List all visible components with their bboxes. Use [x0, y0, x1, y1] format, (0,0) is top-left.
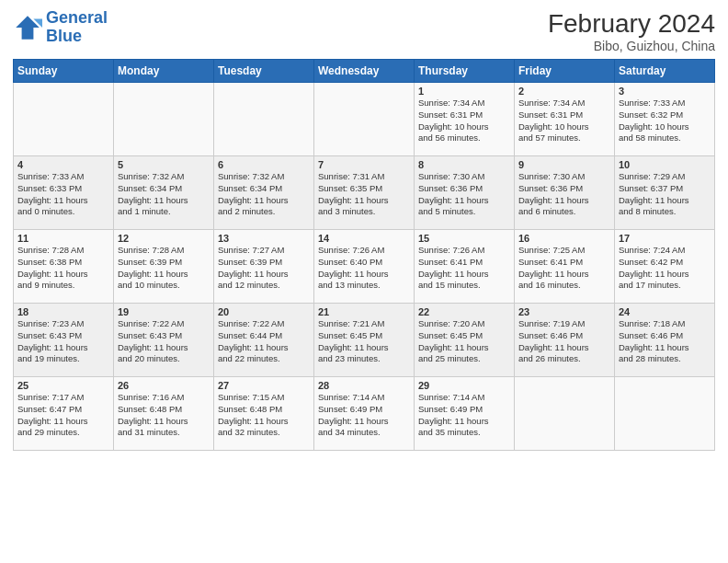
day-number: 12: [118, 233, 210, 244]
calendar-cell: 6Sunrise: 7:32 AM Sunset: 6:34 PM Daylig…: [214, 156, 314, 230]
day-number: 13: [218, 233, 310, 244]
calendar-cell: 2Sunrise: 7:34 AM Sunset: 6:31 PM Daylig…: [515, 83, 615, 156]
logo-icon: [13, 13, 42, 42]
day-number: 20: [218, 306, 310, 317]
calendar-cell: 28Sunrise: 7:14 AM Sunset: 6:49 PM Dayli…: [314, 377, 415, 451]
day-info: Sunrise: 7:25 AM Sunset: 6:41 PM Dayligh…: [518, 245, 610, 292]
day-info: Sunrise: 7:28 AM Sunset: 6:38 PM Dayligh…: [17, 245, 109, 292]
calendar-cell: 8Sunrise: 7:30 AM Sunset: 6:36 PM Daylig…: [415, 156, 515, 230]
title-block: February 2024 Bibo, Guizhou, China: [548, 9, 715, 53]
day-info: Sunrise: 7:31 AM Sunset: 6:35 PM Dayligh…: [318, 171, 410, 218]
day-info: Sunrise: 7:14 AM Sunset: 6:49 PM Dayligh…: [318, 392, 410, 439]
day-info: Sunrise: 7:22 AM Sunset: 6:43 PM Dayligh…: [118, 318, 210, 365]
calendar-week-2: 4Sunrise: 7:33 AM Sunset: 6:33 PM Daylig…: [14, 156, 715, 230]
calendar-cell: 1Sunrise: 7:34 AM Sunset: 6:31 PM Daylig…: [415, 83, 515, 156]
calendar-cell: 22Sunrise: 7:20 AM Sunset: 6:45 PM Dayli…: [415, 304, 515, 377]
day-number: 26: [118, 380, 210, 391]
day-number: 19: [118, 306, 210, 317]
calendar-cell: 15Sunrise: 7:26 AM Sunset: 6:41 PM Dayli…: [415, 230, 515, 304]
calendar-cell: 14Sunrise: 7:26 AM Sunset: 6:40 PM Dayli…: [314, 230, 415, 304]
day-info: Sunrise: 7:23 AM Sunset: 6:43 PM Dayligh…: [17, 318, 109, 365]
day-number: 6: [218, 159, 310, 170]
day-info: Sunrise: 7:14 AM Sunset: 6:49 PM Dayligh…: [418, 392, 510, 439]
day-number: 1: [418, 86, 510, 97]
calendar-cell: [114, 83, 214, 156]
day-number: 2: [518, 86, 610, 97]
day-number: 11: [17, 233, 109, 244]
day-info: Sunrise: 7:29 AM Sunset: 6:37 PM Dayligh…: [619, 171, 711, 218]
calendar-cell: [14, 83, 114, 156]
day-info: Sunrise: 7:33 AM Sunset: 6:33 PM Dayligh…: [17, 171, 109, 218]
calendar-cell: 17Sunrise: 7:24 AM Sunset: 6:42 PM Dayli…: [615, 230, 715, 304]
calendar-cell: 13Sunrise: 7:27 AM Sunset: 6:39 PM Dayli…: [214, 230, 314, 304]
day-number: 14: [318, 233, 410, 244]
day-number: 28: [318, 380, 410, 391]
weekday-header-friday: Friday: [515, 60, 615, 83]
day-info: Sunrise: 7:18 AM Sunset: 6:46 PM Dayligh…: [619, 318, 711, 365]
calendar-cell: 20Sunrise: 7:22 AM Sunset: 6:44 PM Dayli…: [214, 304, 314, 377]
weekday-header-row: SundayMondayTuesdayWednesdayThursdayFrid…: [14, 60, 715, 83]
logo-text: General Blue: [46, 9, 108, 46]
calendar-cell: 26Sunrise: 7:16 AM Sunset: 6:48 PM Dayli…: [114, 377, 214, 451]
weekday-header-sunday: Sunday: [14, 60, 114, 83]
day-number: 4: [17, 159, 109, 170]
day-number: 21: [318, 306, 410, 317]
calendar-table: SundayMondayTuesdayWednesdayThursdayFrid…: [13, 59, 715, 451]
calendar-cell: [214, 83, 314, 156]
day-number: 25: [17, 380, 109, 391]
calendar-cell: 18Sunrise: 7:23 AM Sunset: 6:43 PM Dayli…: [14, 304, 114, 377]
weekday-header-thursday: Thursday: [415, 60, 515, 83]
day-number: 3: [619, 86, 711, 97]
calendar-cell: 10Sunrise: 7:29 AM Sunset: 6:37 PM Dayli…: [615, 156, 715, 230]
calendar-cell: 12Sunrise: 7:28 AM Sunset: 6:39 PM Dayli…: [114, 230, 214, 304]
calendar-cell: 27Sunrise: 7:15 AM Sunset: 6:48 PM Dayli…: [214, 377, 314, 451]
day-info: Sunrise: 7:33 AM Sunset: 6:32 PM Dayligh…: [619, 98, 711, 144]
weekday-header-monday: Monday: [114, 60, 214, 83]
header: General Blue February 2024 Bibo, Guizhou…: [13, 9, 715, 53]
day-info: Sunrise: 7:17 AM Sunset: 6:47 PM Dayligh…: [17, 392, 109, 439]
day-number: 24: [619, 306, 711, 317]
day-number: 29: [418, 380, 510, 391]
day-number: 27: [218, 380, 310, 391]
calendar-cell: 5Sunrise: 7:32 AM Sunset: 6:34 PM Daylig…: [114, 156, 214, 230]
day-info: Sunrise: 7:24 AM Sunset: 6:42 PM Dayligh…: [619, 245, 711, 292]
calendar-cell: 19Sunrise: 7:22 AM Sunset: 6:43 PM Dayli…: [114, 304, 214, 377]
calendar-cell: 11Sunrise: 7:28 AM Sunset: 6:38 PM Dayli…: [14, 230, 114, 304]
day-info: Sunrise: 7:27 AM Sunset: 6:39 PM Dayligh…: [218, 245, 310, 292]
calendar-cell: 16Sunrise: 7:25 AM Sunset: 6:41 PM Dayli…: [515, 230, 615, 304]
calendar-week-5: 25Sunrise: 7:17 AM Sunset: 6:47 PM Dayli…: [14, 377, 715, 451]
day-number: 7: [318, 159, 410, 170]
calendar-cell: 25Sunrise: 7:17 AM Sunset: 6:47 PM Dayli…: [14, 377, 114, 451]
calendar-cell: 29Sunrise: 7:14 AM Sunset: 6:49 PM Dayli…: [415, 377, 515, 451]
day-number: 8: [418, 159, 510, 170]
day-info: Sunrise: 7:32 AM Sunset: 6:34 PM Dayligh…: [218, 171, 310, 218]
calendar-cell: [515, 377, 615, 451]
day-info: Sunrise: 7:34 AM Sunset: 6:31 PM Dayligh…: [418, 98, 510, 144]
calendar-week-3: 11Sunrise: 7:28 AM Sunset: 6:38 PM Dayli…: [14, 230, 715, 304]
calendar-cell: 7Sunrise: 7:31 AM Sunset: 6:35 PM Daylig…: [314, 156, 415, 230]
day-number: 18: [17, 306, 109, 317]
day-info: Sunrise: 7:22 AM Sunset: 6:44 PM Dayligh…: [218, 318, 310, 365]
logo-line2: Blue: [46, 27, 82, 45]
weekday-header-tuesday: Tuesday: [214, 60, 314, 83]
day-info: Sunrise: 7:26 AM Sunset: 6:40 PM Dayligh…: [318, 245, 410, 292]
day-number: 17: [619, 233, 711, 244]
day-info: Sunrise: 7:34 AM Sunset: 6:31 PM Dayligh…: [518, 98, 610, 144]
day-number: 16: [518, 233, 610, 244]
day-info: Sunrise: 7:26 AM Sunset: 6:41 PM Dayligh…: [418, 245, 510, 292]
weekday-header-wednesday: Wednesday: [314, 60, 415, 83]
calendar-week-1: 1Sunrise: 7:34 AM Sunset: 6:31 PM Daylig…: [14, 83, 715, 156]
day-number: 23: [518, 306, 610, 317]
calendar-cell: 23Sunrise: 7:19 AM Sunset: 6:46 PM Dayli…: [515, 304, 615, 377]
day-number: 5: [118, 159, 210, 170]
day-info: Sunrise: 7:30 AM Sunset: 6:36 PM Dayligh…: [418, 171, 510, 218]
logo: General Blue: [13, 9, 108, 46]
day-number: 9: [518, 159, 610, 170]
day-info: Sunrise: 7:21 AM Sunset: 6:45 PM Dayligh…: [318, 318, 410, 365]
day-info: Sunrise: 7:20 AM Sunset: 6:45 PM Dayligh…: [418, 318, 510, 365]
day-number: 15: [418, 233, 510, 244]
day-info: Sunrise: 7:28 AM Sunset: 6:39 PM Dayligh…: [118, 245, 210, 292]
day-info: Sunrise: 7:15 AM Sunset: 6:48 PM Dayligh…: [218, 392, 310, 439]
day-info: Sunrise: 7:30 AM Sunset: 6:36 PM Dayligh…: [518, 171, 610, 218]
logo-line1: General: [46, 8, 108, 27]
